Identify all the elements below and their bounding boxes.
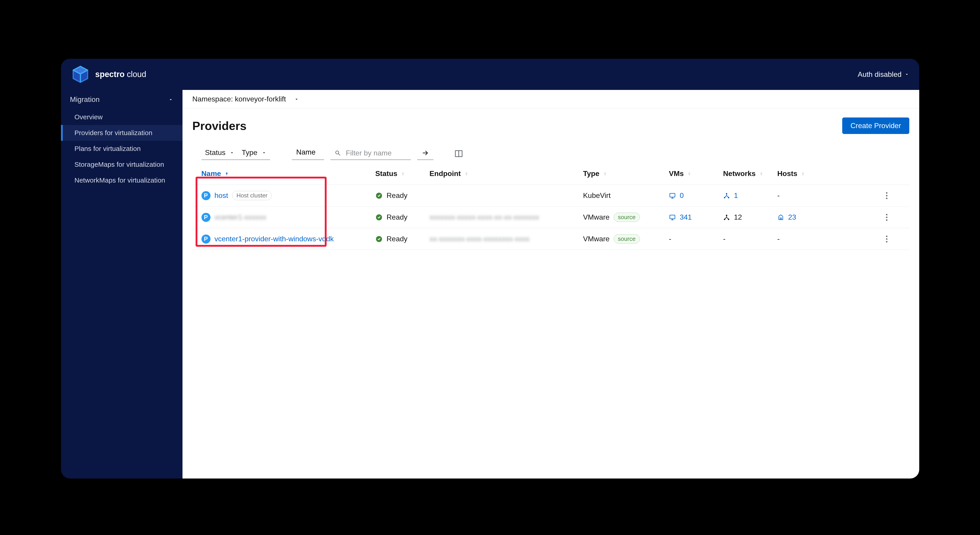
sidebar-item-overview[interactable]: Overview [61, 109, 183, 125]
columns-button[interactable] [452, 147, 465, 160]
cell-actions [882, 213, 900, 222]
cell-type: VMware source [583, 213, 669, 222]
sidebar-item-providers[interactable]: Providers for virtualization [61, 125, 183, 141]
network-icon [723, 214, 730, 221]
svg-point-8 [886, 195, 888, 196]
cell-vms[interactable]: 341 [669, 213, 723, 221]
filter-input-wrap [331, 146, 411, 160]
sidebar-section-label: Migration [70, 96, 100, 104]
cell-vms[interactable]: 0 [669, 191, 723, 200]
sort-icon [759, 171, 764, 176]
auth-menu[interactable]: Auth disabled [858, 70, 909, 79]
svg-point-22 [886, 241, 888, 242]
filter-name-input[interactable] [346, 149, 407, 157]
kebab-icon [886, 214, 888, 221]
sort-icon [687, 171, 692, 176]
filter-status[interactable]: Status [202, 146, 238, 159]
sidebar-item-label: Providers for virtualization [75, 129, 153, 137]
table-row: P host Host cluster Ready KubeVirt 0 [192, 185, 909, 207]
sort-icon [401, 171, 406, 176]
app-window: spectro cloud Auth disabled Migration Ov… [61, 59, 919, 479]
sidebar-section-migration[interactable]: Migration [61, 90, 183, 109]
filter-submit-button[interactable] [417, 146, 433, 160]
cell-hosts: - [777, 191, 832, 200]
cell-name: P vcenter1-provider-with-windows-vddk [202, 234, 375, 244]
svg-rect-11 [670, 215, 675, 219]
host-cluster-tag: Host cluster [232, 191, 272, 200]
source-tag: source [614, 234, 640, 244]
logo-icon [71, 65, 90, 84]
svg-point-12 [726, 215, 727, 216]
topbar: spectro cloud Auth disabled [61, 59, 919, 90]
cell-endpoint: xxxxxxx-xxxxx-xxxx-xx-xx-xxxxxxx [430, 213, 583, 221]
cell-actions [882, 191, 900, 200]
col-vms[interactable]: VMs [669, 169, 723, 178]
filter-bar: Status Type Name [183, 139, 919, 163]
kebab-icon [886, 192, 888, 199]
network-icon [723, 192, 730, 199]
caret-down-icon [294, 97, 299, 102]
cell-status: Ready [375, 235, 430, 243]
caret-down-icon [229, 150, 234, 155]
columns-icon [454, 149, 463, 158]
create-provider-button[interactable]: Create Provider [842, 118, 909, 134]
filter-group-facets: Status Type [202, 146, 270, 160]
col-endpoint[interactable]: Endpoint [430, 169, 583, 178]
cell-networks[interactable]: 1 [723, 191, 777, 200]
sidebar-item-plans[interactable]: Plans for virtualization [61, 141, 183, 156]
main-content: Namespace: konveyor-forklift Providers C… [183, 90, 919, 479]
brand-text: spectro cloud [95, 70, 146, 79]
col-type[interactable]: Type [583, 169, 669, 178]
provider-link[interactable]: vcenter1-xxxxxx [215, 213, 266, 221]
cell-networks: 12 [723, 213, 777, 221]
svg-point-20 [886, 236, 888, 237]
provider-link[interactable]: vcenter1-provider-with-windows-vddk [215, 235, 334, 243]
sidebar-item-label: Plans for virtualization [75, 145, 141, 152]
cell-status: Ready [375, 191, 430, 200]
svg-point-4 [726, 193, 727, 194]
row-actions-button[interactable] [882, 191, 891, 200]
col-hosts[interactable]: Hosts [777, 169, 832, 178]
sidebar-item-networkmaps[interactable]: NetworkMaps for virtualization [61, 172, 183, 188]
brand-logo: spectro cloud [71, 65, 146, 84]
arrow-right-icon [422, 149, 429, 157]
col-status[interactable]: Status [375, 169, 430, 178]
check-circle-icon [375, 192, 383, 199]
sidebar-item-label: StorageMaps for virtualization [75, 161, 164, 168]
table-header: Name Status Endpoint Type [192, 163, 909, 185]
host-icon [777, 214, 784, 221]
kebab-icon [886, 236, 888, 243]
sidebar-item-label: Overview [75, 113, 103, 121]
cell-type: KubeVirt [583, 191, 669, 200]
filter-name-select[interactable]: Name [292, 145, 324, 160]
provider-link[interactable]: host [215, 191, 228, 200]
svg-rect-3 [670, 193, 675, 197]
cell-hosts[interactable]: 23 [777, 213, 832, 221]
provider-badge-icon: P [202, 234, 210, 244]
svg-point-21 [886, 238, 888, 240]
sidebar-item-storagemaps[interactable]: StorageMaps for virtualization [61, 156, 183, 172]
cell-status: Ready [375, 213, 430, 221]
row-actions-button[interactable] [882, 213, 891, 222]
svg-point-16 [886, 214, 888, 215]
caret-down-icon [261, 150, 267, 155]
cell-vms: - [669, 235, 723, 243]
cell-name: P vcenter1-xxxxxx [202, 213, 375, 222]
col-networks[interactable]: Networks [723, 169, 777, 178]
vm-icon [669, 214, 676, 221]
vm-icon [669, 192, 676, 199]
sort-icon [603, 171, 608, 176]
cell-name: P host Host cluster [202, 191, 375, 200]
filter-type[interactable]: Type [238, 146, 270, 159]
cell-endpoint: xx-xxxxxxx-xxxx-xxxxxxxx-xxxx [430, 235, 583, 243]
search-icon [334, 150, 341, 156]
col-name[interactable]: Name [202, 169, 375, 178]
namespace-selector[interactable]: Namespace: konveyor-forklift [183, 90, 919, 108]
check-circle-icon [375, 214, 383, 221]
sort-asc-icon [224, 171, 229, 176]
auth-label: Auth disabled [858, 70, 902, 79]
table-row: P vcenter1-xxxxxx Ready xxxxxxx-xxxxx-xx… [192, 207, 909, 228]
row-actions-button[interactable] [882, 234, 891, 244]
caret-down-icon [904, 72, 909, 77]
cell-hosts: - [777, 235, 832, 243]
